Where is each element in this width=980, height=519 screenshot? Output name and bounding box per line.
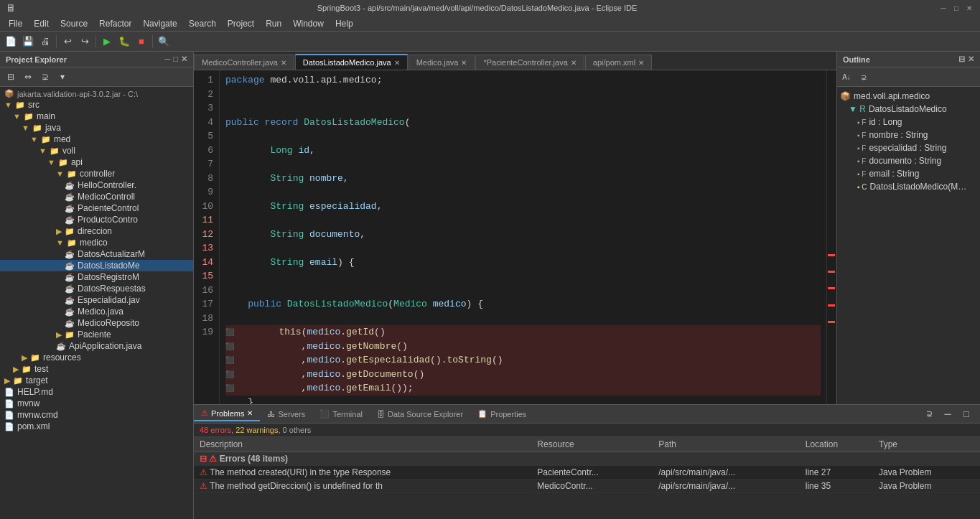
- filter-problems-button[interactable]: ⊋: [921, 406, 937, 422]
- tree-item-medicorepositorio[interactable]: ☕ MedicoReposito: [0, 317, 193, 329]
- tree-item-productocontroller[interactable]: ☕ ProductoContro: [0, 214, 193, 225]
- search-button[interactable]: 🔍: [156, 34, 172, 50]
- close-panel-button[interactable]: ✕: [181, 55, 187, 64]
- redo-button[interactable]: ↪: [77, 34, 93, 50]
- undo-button[interactable]: ↩: [60, 34, 75, 50]
- view-menu-button[interactable]: ▾: [55, 69, 70, 85]
- problems-table[interactable]: Description Resource Path Location Type …: [194, 437, 980, 519]
- outline-package[interactable]: 📦 med.voll.api.medico: [837, 90, 980, 103]
- error-group-row[interactable]: ⊟ ⚠ Errors (48 items): [194, 452, 980, 466]
- tree-item-datosactualizarm[interactable]: ☕ DatosActualizarM: [0, 248, 193, 260]
- tree-item-paciente-folder[interactable]: ▶ 📁 Paciente: [0, 329, 193, 340]
- collapse-all-button[interactable]: ⊟: [3, 69, 19, 85]
- tab-datasource[interactable]: 🗄 Data Source Explorer: [370, 408, 470, 421]
- minimize-button[interactable]: ─: [938, 3, 948, 13]
- tab-close-icon[interactable]: ✕: [394, 59, 400, 67]
- col-description[interactable]: Description: [194, 437, 531, 452]
- bottom-minimize-button[interactable]: ─: [940, 406, 956, 422]
- table-row[interactable]: ⚠ The method created(URI) in the type Re…: [194, 466, 980, 480]
- tree-item-especialidad[interactable]: ☕ Especialidad.jav: [0, 294, 193, 306]
- menu-refactor[interactable]: Refactor: [93, 17, 137, 30]
- tree-item-resources[interactable]: ▶ 📁 resources: [0, 352, 193, 363]
- outline-field-especialidad[interactable]: ▪ F especialidad : String: [837, 141, 980, 154]
- tab-close-icon[interactable]: ✕: [638, 59, 644, 67]
- print-button[interactable]: 🖨: [37, 34, 53, 50]
- outline-filter-button[interactable]: ⊋: [856, 69, 872, 85]
- filter-button[interactable]: ⊋: [37, 69, 53, 85]
- outline-sort-button[interactable]: A↓: [839, 69, 854, 85]
- tree-item-apiapplication[interactable]: ☕ ApiApplication.java: [0, 340, 193, 352]
- col-path[interactable]: Path: [653, 437, 799, 452]
- outline-toolbar-button[interactable]: ⊟: [958, 55, 965, 64]
- tab-terminal[interactable]: ⬛ Terminal: [312, 407, 370, 421]
- outline-constructor[interactable]: ▪ C DatosListadoMedico(Medic: [837, 180, 980, 193]
- menu-source[interactable]: Source: [55, 17, 93, 30]
- tree-item-datosregistrom[interactable]: ☕ DatosRegistroM: [0, 271, 193, 283]
- menu-navigate[interactable]: Navigate: [137, 17, 182, 30]
- outline-class[interactable]: ▼ R DatosListadoMedico: [837, 103, 980, 116]
- close-button[interactable]: ✕: [964, 3, 974, 13]
- col-type[interactable]: Type: [873, 437, 980, 452]
- outline-field-id[interactable]: ▪ F id : Long: [837, 116, 980, 128]
- tab-medico[interactable]: Medico.java ✕: [409, 55, 475, 70]
- tree-item-datosrespuestas[interactable]: ☕ DatosRespuestas: [0, 283, 193, 294]
- maximize-panel-button[interactable]: □: [173, 55, 178, 64]
- tree-item-target[interactable]: ▶ 📁 target: [0, 375, 193, 386]
- tree-item-help[interactable]: 📄 HELP.md: [0, 386, 193, 398]
- tab-properties[interactable]: 📋 Properties: [470, 407, 533, 421]
- tree-item-mvnw[interactable]: 📄 mvnw: [0, 398, 193, 409]
- tab-problems[interactable]: ⚠ Problems ✕: [194, 406, 260, 421]
- debug-button[interactable]: 🐛: [116, 34, 132, 50]
- col-resource[interactable]: Resource: [531, 437, 653, 452]
- menu-project[interactable]: Project: [222, 17, 260, 30]
- tab-pomxml[interactable]: api/pom.xml ✕: [585, 55, 652, 70]
- tab-close-icon[interactable]: ✕: [571, 59, 577, 67]
- menu-help[interactable]: Help: [330, 17, 359, 30]
- table-row[interactable]: ⚠ The method getDireccion() is undefined…: [194, 480, 980, 493]
- tree-item-controller[interactable]: ▼ 📁 controller: [0, 168, 193, 179]
- tree-item-jar[interactable]: 📦 jakarta.validation-api-3.0.2.jar - C:\: [0, 88, 193, 99]
- tree-item-datoslistadome[interactable]: ☕ DatosListadoMe: [0, 260, 193, 271]
- tree-item-pomxml[interactable]: 📄 pom.xml: [0, 421, 193, 432]
- menu-file[interactable]: File: [3, 17, 28, 30]
- stop-button[interactable]: ■: [134, 34, 149, 50]
- menu-edit[interactable]: Edit: [28, 17, 55, 30]
- code-editor[interactable]: 1 2 3 4 5 6 7 8 9 10 11 12 13 14: [194, 70, 836, 404]
- tree-item-med[interactable]: ▼ 📁 med: [0, 134, 193, 145]
- tree-item-test[interactable]: ▶ 📁 test: [0, 363, 193, 375]
- tab-servers[interactable]: 🖧 Servers: [260, 408, 312, 421]
- link-editor-button[interactable]: ⇔: [20, 69, 36, 85]
- outline-close-button[interactable]: ✕: [968, 55, 974, 64]
- code-content[interactable]: package med.voll.api.medico; public reco…: [220, 70, 826, 404]
- run-button[interactable]: ▶: [99, 34, 115, 50]
- outline-field-email[interactable]: ▪ F email : String: [837, 167, 980, 180]
- outline-field-documento[interactable]: ▪ F documento : String: [837, 154, 980, 167]
- col-location[interactable]: Location: [800, 437, 873, 452]
- tab-close-icon[interactable]: ✕: [461, 59, 467, 67]
- maximize-button[interactable]: □: [951, 3, 961, 13]
- save-button[interactable]: 💾: [20, 34, 36, 50]
- tree-item-voll[interactable]: ▼ 📁 voll: [0, 145, 193, 156]
- menu-window[interactable]: Window: [287, 17, 330, 30]
- tree-item-pacientecontroller[interactable]: ☕ PacienteControl: [0, 202, 193, 214]
- tab-close-icon[interactable]: ✕: [281, 59, 286, 67]
- tree-item-src[interactable]: ▼ 📁 src: [0, 99, 193, 111]
- tab-medicocontroller[interactable]: MedicoController.java ✕: [194, 55, 294, 70]
- tree-item-mvnwcmd[interactable]: 📄 mvnw.cmd: [0, 409, 193, 421]
- menu-search[interactable]: Search: [183, 17, 222, 30]
- tree-item-direccion[interactable]: ▶ 📁 direccion: [0, 225, 193, 237]
- tab-pacientecontroller[interactable]: *PacienteController.java ✕: [475, 55, 584, 70]
- tree-item-medico-java[interactable]: ☕ Medico.java: [0, 306, 193, 317]
- tree-item-main[interactable]: ▼ 📁 main: [0, 111, 193, 122]
- tree-item-medicocontroller[interactable]: ☕ MedicoControll: [0, 191, 193, 202]
- bottom-maximize-button[interactable]: □: [958, 406, 974, 422]
- new-button[interactable]: 📄: [3, 34, 19, 50]
- outline-field-nombre[interactable]: ▪ F nombre : String: [837, 128, 980, 141]
- minimize-panel-button[interactable]: ─: [165, 55, 171, 64]
- menu-run[interactable]: Run: [260, 17, 287, 30]
- problems-tab-close[interactable]: ✕: [247, 409, 253, 417]
- tree-item-api[interactable]: ▼ 📁 api: [0, 156, 193, 168]
- tab-datoslistado[interactable]: DatosListadoMedico.java ✕: [295, 54, 408, 70]
- tree-item-medico[interactable]: ▼ 📁 medico: [0, 237, 193, 248]
- tree-item-hellocontroller[interactable]: ☕ HelloController.: [0, 179, 193, 191]
